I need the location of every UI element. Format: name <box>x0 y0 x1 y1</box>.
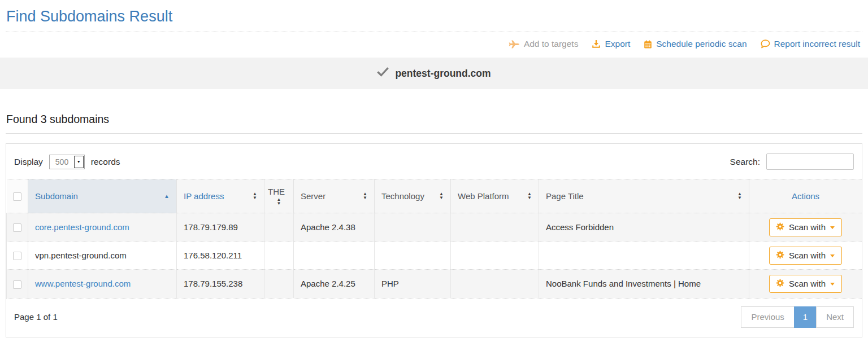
gear-icon <box>776 251 784 261</box>
scan-with-label: Scan with <box>789 279 826 288</box>
search-control: Search: <box>730 153 854 170</box>
next-page-button[interactable]: Next <box>816 306 854 328</box>
column-header-technology[interactable]: Technology ▲▼ <box>375 179 451 213</box>
previous-page-button[interactable]: Previous <box>741 306 794 328</box>
subdomain-cell: core.pentest-ground.com <box>28 213 177 242</box>
column-header-subdomain[interactable]: Subdomain ▲ <box>28 179 177 213</box>
page-info: Page 1 of 1 <box>14 312 58 322</box>
row-checkbox-cell <box>7 213 28 242</box>
table-controls: Display 500 ▼ records Search: <box>6 144 862 179</box>
table-row: vpn.pentest-ground.com 176.58.120.211 Sc… <box>7 242 862 270</box>
search-label: Search: <box>730 157 760 167</box>
the-header-label: THE <box>268 187 285 196</box>
server-cell: Apache 2.4.38 <box>294 213 375 242</box>
the-cell <box>264 242 294 270</box>
export-button[interactable]: Export <box>592 39 630 49</box>
table-header-row: Subdomain ▲ IP address ▲▼ THE ▲▼ <box>7 179 862 213</box>
sort-both-icon: ▲▼ <box>363 192 367 200</box>
server-cell <box>294 242 375 270</box>
scan-with-label: Scan with <box>789 222 826 232</box>
row-checkbox-cell <box>7 242 28 270</box>
ip-cell: 178.79.179.89 <box>177 213 264 242</box>
ip-cell: 176.58.120.211 <box>177 242 264 270</box>
subdomain-cell: vpn.pentest-ground.com <box>28 242 177 270</box>
column-header-server[interactable]: Server ▲▼ <box>294 179 375 213</box>
page-title: Find Subdomains Result <box>6 7 868 25</box>
add-to-targets-button[interactable]: Add to targets <box>509 39 579 49</box>
results-table: Subdomain ▲ IP address ▲▼ THE ▲▼ <box>6 179 862 298</box>
column-header-page-title[interactable]: Page Title ▲▼ <box>539 179 749 213</box>
web-platform-cell <box>451 242 539 270</box>
records-label: records <box>91 157 120 167</box>
column-header-the[interactable]: THE ▲▼ <box>264 179 294 213</box>
plane-icon <box>509 40 520 49</box>
gear-icon <box>776 279 784 289</box>
column-header-ip-address[interactable]: IP address ▲▼ <box>177 179 264 213</box>
web-platform-cell <box>451 213 539 242</box>
speech-bubble-icon <box>761 39 770 49</box>
technology-cell <box>375 213 451 242</box>
records-per-page-select[interactable]: 500 ▼ <box>49 155 85 169</box>
sort-both-icon: ▲▼ <box>527 192 532 200</box>
page-1-button[interactable]: 1 <box>794 306 817 328</box>
records-per-page-control: Display 500 ▼ records <box>14 155 120 169</box>
web-platform-cell <box>451 270 539 298</box>
technology-cell <box>375 242 451 270</box>
results-heading: Found 3 subdomains <box>6 113 862 134</box>
page-title-cell: NooBank Funds and Investments | Home <box>539 270 749 298</box>
scan-with-button[interactable]: Scan with <box>769 218 842 236</box>
table-row: core.pentest-ground.com 178.79.179.89 Ap… <box>7 213 862 242</box>
page-title-cell <box>539 242 749 270</box>
pagination: Previous 1 Next <box>741 306 854 328</box>
search-input[interactable] <box>766 153 854 170</box>
calendar-icon <box>644 40 652 49</box>
row-checkbox[interactable] <box>13 223 21 232</box>
scan-with-label: Scan with <box>789 251 826 260</box>
actions-cell: Scan with <box>749 242 862 270</box>
check-icon <box>377 67 389 80</box>
subdomain-header-label: Subdomain <box>35 191 78 201</box>
find-subdomains-page: Find Subdomains Result Add to targets Ex… <box>0 7 868 337</box>
sort-both-icon: ▲▼ <box>439 192 444 200</box>
report-incorrect-result-button[interactable]: Report incorrect result <box>761 39 860 49</box>
select-arrow-icon: ▼ <box>74 156 84 168</box>
target-bar: pentest-ground.com <box>0 58 868 89</box>
scan-with-button[interactable]: Scan with <box>769 275 842 293</box>
subdomain-link[interactable]: www.pentest-ground.com <box>35 279 131 288</box>
technology-cell: PHP <box>375 270 451 298</box>
the-cell <box>264 270 294 298</box>
select-all-header <box>7 179 28 213</box>
the-cell <box>264 213 294 242</box>
row-checkbox[interactable] <box>13 280 21 289</box>
server-cell: Apache 2.4.25 <box>294 270 375 298</box>
toolbar: Add to targets Export Schedule periodic … <box>0 32 868 51</box>
table-footer: Page 1 of 1 Previous 1 Next <box>6 298 862 337</box>
schedule-label: Schedule periodic scan <box>656 39 747 49</box>
actions-cell: Scan with <box>749 270 862 298</box>
row-checkbox[interactable] <box>13 252 21 260</box>
page-title-cell: Access Forbidden <box>539 213 749 242</box>
column-header-actions: Actions <box>749 179 862 213</box>
ip-cell: 178.79.155.238 <box>177 270 264 298</box>
target-domain: pentest-ground.com <box>395 68 491 80</box>
subdomain-link[interactable]: core.pentest-ground.com <box>35 222 129 232</box>
select-all-checkbox[interactable] <box>13 192 21 201</box>
export-label: Export <box>605 39 630 49</box>
row-checkbox-cell <box>7 270 28 298</box>
ip-header-label: IP address <box>184 191 224 201</box>
caret-down-icon <box>830 283 835 286</box>
sort-both-icon: ▲▼ <box>277 198 281 205</box>
sort-ascending-icon: ▲ <box>164 193 170 199</box>
technology-header-label: Technology <box>381 191 424 201</box>
results-table-container: Display 500 ▼ records Search: <box>6 143 862 337</box>
sort-both-icon: ▲▼ <box>253 192 257 200</box>
column-header-web-platform[interactable]: Web Platform ▲▼ <box>451 179 539 213</box>
schedule-periodic-scan-button[interactable]: Schedule periodic scan <box>644 39 747 49</box>
add-to-targets-label: Add to targets <box>524 39 579 49</box>
download-icon <box>592 39 601 49</box>
page-title-header-label: Page Title <box>546 191 584 201</box>
server-header-label: Server <box>301 191 326 201</box>
scan-with-button[interactable]: Scan with <box>769 247 842 265</box>
subdomain-cell: www.pentest-ground.com <box>28 270 177 298</box>
gear-icon <box>776 222 784 232</box>
